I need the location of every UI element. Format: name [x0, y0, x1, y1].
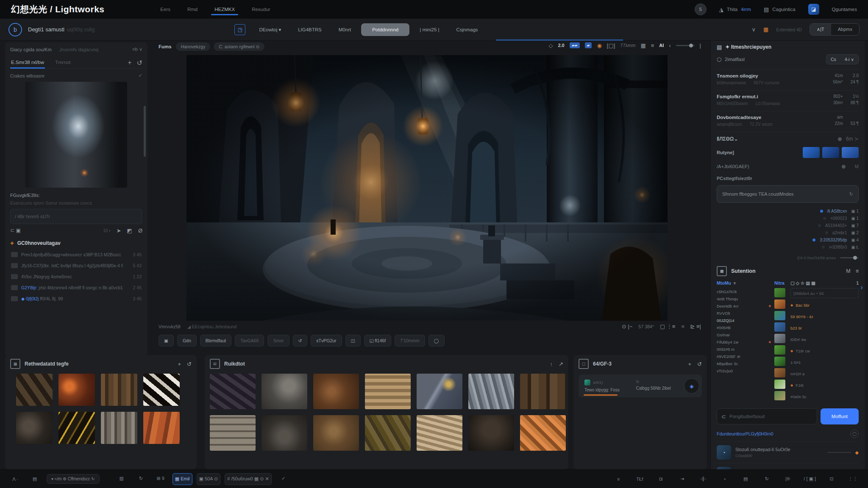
viewport-canvas[interactable] [186, 55, 668, 321]
maps-column-header[interactable]: Nitra [774, 280, 787, 286]
mode-tab[interactable]: LIG4BTRS [291, 24, 328, 36]
texture-tile[interactable] [210, 415, 256, 451]
pass-header-icons[interactable]: ▢ ◇ ☆ ▤ ▦ [790, 280, 815, 286]
property-value[interactable]: 88 ¶ [851, 100, 859, 105]
transport-button[interactable]: ↺ [293, 335, 308, 347]
routing-thumbnail[interactable] [842, 147, 859, 158]
grid-icon[interactable]: ▦ [640, 43, 645, 48]
layer-toggle-dot[interactable] [812, 238, 815, 241]
m-button[interactable]: M [846, 268, 850, 274]
left-panel-title[interactable]: Giacy cgida sou/Km [10, 47, 52, 52]
exposure-slider[interactable] [676, 45, 695, 46]
map-thumbnail[interactable] [774, 334, 785, 343]
add-icon[interactable]: + [128, 59, 131, 67]
layer-toggle-dot[interactable] [825, 231, 828, 234]
map-thumbnail[interactable] [774, 345, 785, 355]
collapse-left-icon[interactable]: ‹ [669, 43, 670, 48]
property-value[interactable]: 24 ¶ [851, 80, 859, 84]
texture-tile[interactable] [143, 412, 180, 444]
status-icon[interactable]: ⊡ [824, 474, 839, 485]
menu-item[interactable]: Eers [159, 0, 171, 18]
property-value[interactable]: 53 ¶ [851, 121, 859, 126]
render-layer-row[interactable]: /li AS8tcxn ▣ 1 [717, 209, 859, 214]
selected-node-name[interactable]: 2imatflasl [725, 57, 744, 62]
transport-button[interactable]: ◫ [345, 335, 361, 347]
property-title[interactable]: Dovbomtcadtesaye [717, 115, 773, 120]
property-title[interactable]: Fsmgtofkr ermut.i [717, 94, 780, 99]
export-tab-active[interactable]: a401) Tewo idpygg: Foss [581, 377, 630, 395]
routing-thumbnail[interactable] [803, 147, 820, 158]
property-value[interactable]: am [835, 115, 843, 119]
left-scrollbar[interactable] [144, 106, 146, 157]
plugin-chip[interactable]: ▤ Caguintica [764, 7, 796, 12]
pass-row[interactable]: ◆ [95Bdw4 au + b5 [790, 288, 859, 298]
divider-handle[interactable]: | [700, 43, 701, 48]
viewport-context-pill[interactable]: Hanovekzgy [176, 42, 211, 51]
popout-icon[interactable]: ↗ [559, 361, 563, 367]
menu-item[interactable]: HEZMKX [214, 0, 236, 18]
material-row[interactable]: RVVOlt [717, 310, 771, 317]
reference-section-label[interactable]: Crakes wlbsasnr [10, 73, 45, 78]
pass-row[interactable]: ◆ Bac bbr [790, 300, 859, 310]
mode-tab[interactable]: | mini25 | [413, 24, 446, 36]
pass-row[interactable]: ◆ #/w0n 5c [790, 392, 859, 401]
material-row[interactable]: Mbpdber 3c [717, 360, 771, 367]
segment-option[interactable]: Abpmx [831, 24, 859, 35]
bookmark-icon[interactable]: ◳ [234, 24, 245, 35]
caret-icon[interactable]: ▾ [734, 280, 736, 286]
pass-row[interactable]: ◆ i0/D# 4w [790, 335, 859, 344]
material-row[interactable]: #9VE205F 4r [717, 353, 771, 360]
history-item[interactable]: 4Vbo JNogryg 4ome5rrec 1 23 [10, 272, 142, 281]
prompt-input[interactable]: / 4Br hmm5 sU7r [10, 209, 142, 224]
status-icon[interactable]: # /50u6ruw0 ▦ ⊙ ✕ [225, 473, 272, 485]
material-row[interactable]: 4e9t Tfxnqu [717, 295, 771, 302]
texture-tile[interactable] [417, 415, 462, 451]
render-layer-row[interactable]: a2rebr1 ▣ 2 [717, 230, 859, 235]
texture-tile[interactable] [16, 412, 53, 444]
status-icon[interactable]: ↻ [759, 474, 774, 485]
material-row[interactable]: 00JZQ|14 [717, 317, 771, 324]
texture-tile[interactable] [313, 415, 359, 451]
render-layer-row[interactable]: A5194402+ ▣ 7 [717, 223, 859, 228]
pass-row[interactable]: ◆ 59 90Y9 - 4z [790, 312, 859, 321]
map-thumbnail[interactable] [774, 311, 785, 320]
shield-badge-icon[interactable]: ◈ [684, 378, 699, 394]
reference-thumbnail[interactable] [25, 82, 127, 188]
material-row[interactable]: 0092#5 m [717, 346, 771, 353]
materials-column-header[interactable]: MtoMu [717, 280, 731, 286]
toggle-dot[interactable] [838, 137, 842, 141]
download-item[interactable]: ◔ Stozu6 onuttepad-6 5uOr0e C0asbbl0 ◆ [717, 441, 859, 463]
texture-tile[interactable] [365, 374, 411, 409]
refresh-icon[interactable]: ↺ [697, 361, 702, 367]
texture-tile[interactable] [520, 415, 566, 451]
texture-tile[interactable] [101, 412, 137, 444]
property-title[interactable]: Tnsmoen oilogjey [717, 73, 779, 78]
texture-tile[interactable] [58, 374, 95, 406]
material-row[interactable]: Deentdb 4cr [717, 302, 771, 310]
layer-toggle-dot[interactable] [818, 224, 821, 227]
reload-icon[interactable]: ↻ [849, 191, 853, 197]
transport-button[interactable]: Gdn [177, 335, 197, 347]
id-field-label[interactable]: /A+Jbi60GAEF) [717, 164, 749, 169]
material-row[interactable]: vTr2u)u0 [717, 367, 771, 374]
texture-tile[interactable] [16, 374, 53, 406]
texture-tile[interactable] [143, 374, 180, 406]
status-icon[interactable]: |⊪ [780, 474, 796, 485]
routing-thumbnail[interactable] [822, 147, 839, 158]
property-value[interactable] [851, 115, 859, 119]
texture-tile[interactable] [468, 415, 514, 451]
texture-tile[interactable] [417, 374, 462, 409]
history-link[interactable]: G2Y8tjr: [21, 285, 38, 290]
download-item[interactable]: ◑ Jnoo4L Crtepze-00r0ua 1bCcprrc ◆ [717, 463, 859, 469]
transport-button[interactable]: ▣ [159, 335, 174, 347]
asset-search-input[interactable]: ⊂ Pongibutterfsoud [717, 408, 817, 424]
status-icon[interactable]: / [ ▣ ] [801, 474, 818, 485]
material-row[interactable]: #005#B [717, 324, 771, 331]
add-history-icon[interactable]: + [10, 239, 14, 247]
status-icon[interactable]: ▤ [738, 474, 753, 485]
menu-item[interactable]: Rexudur [251, 0, 271, 18]
history-item[interactable]: ◆ 0jfj0t2j ff0/4L 8j. 99 3 45 [10, 294, 142, 303]
segment-option[interactable]: ∧|T [810, 24, 831, 35]
cs-button[interactable]: Cs [826, 55, 840, 64]
status-icon[interactable]: ⊞ 9 [153, 473, 168, 484]
